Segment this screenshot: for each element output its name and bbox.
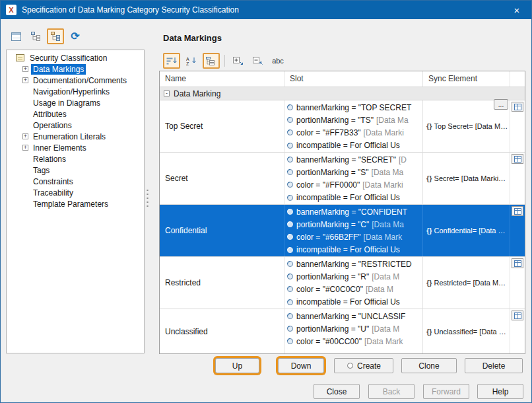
expand-icon[interactable] — [22, 66, 28, 72]
help-button[interactable]: Help — [477, 384, 523, 399]
sidebar-item-tags[interactable]: Tags — [7, 165, 144, 176]
slot-line[interactable]: color = "#C0C0C0"[Data M — [284, 283, 422, 295]
slot-text: color = "#00CC00" — [296, 337, 362, 346]
sidebar-item-usage-in-diagrams[interactable]: Usage in Diagrams — [7, 97, 144, 108]
slot-line[interactable]: bannerMarking = "TOP SECRET — [284, 101, 422, 114]
toolbar-separator — [224, 55, 225, 67]
collapse-all-icon[interactable] — [249, 53, 267, 69]
element-icon — [16, 54, 24, 61]
expand-icon[interactable] — [22, 77, 28, 83]
tree-item-label: Inner Elements — [31, 143, 88, 153]
sidebar-item-data-markings[interactable]: Data Markings — [7, 63, 144, 75]
containment-tree-icon[interactable] — [27, 28, 44, 44]
sidebar-item-template-parameters[interactable]: Template Parameters — [7, 198, 144, 209]
delete-button[interactable]: Delete — [465, 358, 523, 373]
svg-text:Z: Z — [186, 61, 189, 65]
slot-meta: [Data Marki — [362, 180, 403, 190]
slot-line[interactable]: incompatible = For Official Us — [284, 244, 422, 256]
collapse-group-icon[interactable] — [164, 91, 170, 96]
slot-line[interactable]: bannerMarking = "CONFIDENT — [284, 205, 422, 218]
slot-line[interactable]: portionMarking = "S"[Data Ma — [284, 166, 422, 178]
slot-line[interactable]: color = "#FF0000"[Data Marki — [284, 178, 422, 191]
edit-cell-button[interactable] — [512, 311, 523, 320]
tree-root[interactable]: Security Classification — [7, 52, 144, 63]
table-row-top-secret[interactable]: Top Secret bannerMarking = "TOP SECRET p… — [160, 100, 525, 153]
close-button[interactable]: Close — [314, 384, 360, 399]
slot-line[interactable]: portionMarking = "TS"[Data Ma — [284, 114, 422, 126]
slot-line[interactable]: incompatible = For Official Us — [284, 192, 422, 204]
slot-icon — [286, 194, 294, 202]
expand-all-icon[interactable] — [230, 53, 247, 69]
tree-item-label: Constraints — [31, 176, 75, 187]
slot-icon — [286, 338, 294, 345]
slot-text: portionMarking = "U" — [296, 324, 369, 334]
slot-meta: [Data M — [366, 285, 393, 294]
sidebar-item-attributes[interactable]: Attributes — [7, 108, 144, 120]
slot-line[interactable]: bannerMarking = "UNCLASSIF — [284, 310, 422, 322]
slot-meta: [Data M — [372, 272, 399, 281]
slot-line[interactable]: color = "#FF7B33"[Data Marki — [284, 126, 422, 139]
slot-line[interactable]: incompatible = For Official Us — [284, 139, 422, 152]
column-header-name[interactable]: Name — [160, 71, 284, 87]
sync-element-icon: {} — [426, 227, 432, 235]
sidebar-item-relations[interactable]: Relations — [7, 153, 144, 165]
edit-cell-button[interactable] — [512, 258, 523, 268]
slot-line[interactable]: portionMarking = "U"[Data M — [284, 322, 422, 335]
slot-text: bannerMarking = "CONFIDENT — [296, 207, 407, 217]
slot-icon — [286, 233, 294, 240]
sidebar-item-operations[interactable]: Operations — [7, 120, 144, 131]
down-button[interactable]: Down — [278, 358, 324, 373]
sync-element-icon: {} — [426, 328, 432, 336]
splitter-handle[interactable] — [146, 188, 149, 207]
expand-icon[interactable] — [22, 145, 28, 151]
sidebar-item-traceability[interactable]: Traceability — [7, 187, 144, 198]
slot-icon — [286, 181, 294, 188]
tree-toolbar: ⟳ — [7, 28, 84, 44]
titlebar[interactable]: X Specification of Data Marking Category… — [1, 1, 531, 19]
table-row-restricted[interactable]: Restricted bannerMarking = "RESTRICTED p… — [160, 257, 525, 309]
sort-alphabetical-icon[interactable]: AZ — [183, 53, 200, 69]
sidebar-item-inner-elements[interactable]: Inner Elements — [7, 142, 144, 153]
create-button[interactable]: Create — [334, 358, 393, 373]
edit-cell-button[interactable] — [512, 102, 523, 112]
up-button[interactable]: Up — [215, 358, 259, 373]
slot-line[interactable]: incompatible = For Official Us — [284, 296, 422, 309]
group-by-icon[interactable] — [203, 53, 220, 69]
create-button-label: Create — [357, 361, 381, 371]
slot-line[interactable]: color = "#66B2FF"[Data Mark — [284, 231, 422, 243]
slot-line[interactable]: color = "#00CC00"[Data Mark — [284, 335, 422, 348]
sort-filter-icon[interactable] — [163, 53, 180, 69]
slot-text: bannerMarking = "TOP SECRET — [296, 103, 411, 112]
clone-button[interactable]: Clone — [401, 358, 457, 373]
group-row-data-marking[interactable]: Data Marking — [160, 87, 525, 100]
sidebar-item-enumeration-literals[interactable]: Enumeration Literals — [7, 131, 144, 142]
slot-text: color = "#66B2FF" — [296, 233, 361, 242]
column-header-sync-element[interactable]: Sync Element — [423, 71, 510, 87]
sidebar-item-constraints[interactable]: Constraints — [7, 176, 144, 187]
table-row-secret[interactable]: Secret bannerMarking = "SECRET"[D portio… — [160, 153, 525, 205]
page-title: Data Markings — [163, 33, 222, 43]
table-row-unclassified[interactable]: Unclassified bannerMarking = "UNCLASSIF … — [160, 309, 525, 354]
slot-icon — [286, 325, 294, 332]
browse-button[interactable]: ... — [494, 99, 508, 110]
slot-line[interactable]: portionMarking = "R"[Data M — [284, 270, 422, 283]
slot-line[interactable]: portionMarking = "C"[Data Ma — [284, 218, 422, 231]
table-toolbar: AZ abc — [163, 53, 286, 69]
column-header-slot[interactable]: Slot — [284, 71, 423, 87]
sidebar-item-navigation-hyperlinks[interactable]: Navigation/Hyperlinks — [7, 86, 144, 97]
properties-view-icon[interactable] — [7, 28, 24, 44]
slot-meta: [Data Ma — [372, 168, 404, 177]
refresh-icon[interactable]: ⟳ — [67, 28, 84, 44]
slot-line[interactable]: bannerMarking = "RESTRICTED — [284, 258, 422, 270]
sidebar-item-documentation-comments[interactable]: Documentation/Comments — [7, 75, 144, 86]
row-name: Unclassified — [165, 327, 208, 336]
slot-line[interactable]: bannerMarking = "SECRET"[D — [284, 153, 422, 166]
close-icon[interactable]: × — [502, 1, 531, 19]
tree-view-icon[interactable] — [47, 28, 64, 44]
abc-icon[interactable]: abc — [269, 53, 286, 69]
expand-icon[interactable] — [22, 133, 28, 139]
edit-cell-button[interactable] — [512, 206, 523, 216]
sync-element-text: Secret= [Data Markings/Clas... — [434, 174, 510, 182]
table-row-confidential[interactable]: Confidential bannerMarking = "CONFIDENT … — [160, 205, 525, 257]
edit-cell-button[interactable] — [512, 154, 523, 164]
